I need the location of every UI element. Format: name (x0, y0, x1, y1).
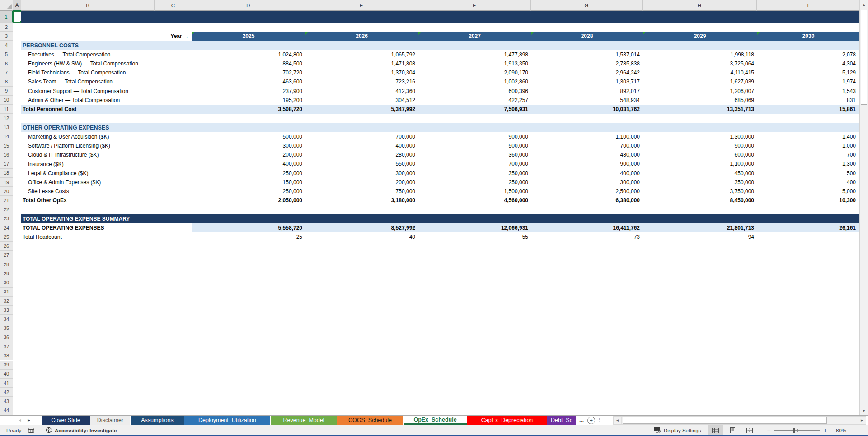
cell-17-2029[interactable]: 1,100,000 (643, 159, 754, 168)
sheet-tab-capex-depreciation[interactable]: CapEx_Depreciation (467, 416, 547, 425)
zoom-level[interactable]: 80% (836, 425, 846, 436)
cell-6-2029[interactable]: 3,725,064 (643, 59, 754, 68)
row-25-label[interactable]: Total Headcount (23, 232, 192, 241)
row-19-label[interactable]: Office & Admin Expenses ($K) (28, 178, 192, 187)
cell-9-2027[interactable]: 600,396 (418, 87, 528, 96)
row-header-14[interactable]: 14 (0, 132, 13, 141)
cell-24-2027[interactable]: 12,066,931 (418, 223, 528, 232)
cell-6-2025[interactable]: 884,500 (192, 59, 302, 68)
cell-9-2028[interactable]: 892,017 (531, 87, 640, 96)
cell-14-2026[interactable]: 700,000 (305, 132, 415, 141)
cell-6-2027[interactable]: 1,913,350 (418, 59, 528, 68)
cell-25-2028[interactable]: 73 (531, 232, 640, 241)
cell-6-2026[interactable]: 1,471,808 (305, 59, 415, 68)
cell-17-2027[interactable]: 700,000 (418, 159, 528, 168)
cell-11-2028[interactable]: 10,031,762 (531, 105, 640, 114)
cell-7-2026[interactable]: 1,370,304 (305, 68, 415, 77)
row-15-label[interactable]: Software / Platform Licensing ($K) (28, 141, 192, 150)
cell-24-2028[interactable]: 16,411,762 (531, 223, 640, 232)
cell-16-2027[interactable]: 360,000 (418, 150, 528, 159)
cell-10-2026[interactable]: 304,512 (305, 96, 415, 105)
cell-15-2030[interactable]: 1,000 (757, 141, 856, 150)
cell-5-2029[interactable]: 1,998,118 (643, 50, 754, 59)
row-header-39[interactable]: 39 (0, 361, 13, 370)
row-header-11[interactable]: 11 (0, 105, 13, 114)
cell-8-2028[interactable]: 1,303,717 (531, 77, 640, 86)
row-header-10[interactable]: 10 (0, 96, 13, 105)
column-header-H[interactable]: H (643, 0, 757, 11)
scroll-right-icon[interactable]: ► (858, 417, 866, 424)
cell-14-2030[interactable]: 1,400 (757, 132, 856, 141)
row-8-label[interactable]: Sales Team — Total Compensation (28, 77, 192, 86)
cell-19-2026[interactable]: 200,000 (305, 178, 415, 187)
row-18-label[interactable]: Legal & Compliance ($K) (28, 169, 192, 178)
row-header-25[interactable]: 25 (0, 232, 13, 241)
cell-8-2026[interactable]: 723,216 (305, 77, 415, 86)
cell-9-2029[interactable]: 1,206,007 (643, 87, 754, 96)
row-16-label[interactable]: Cloud & IT Infrastructure ($K) (28, 150, 192, 159)
sheet-tab-cover-slide[interactable]: Cover Slide (42, 416, 90, 425)
cell-8-2025[interactable]: 463,600 (192, 77, 302, 86)
row-header-4[interactable]: 4 (0, 41, 13, 50)
row-header-38[interactable]: 38 (0, 351, 13, 360)
cell-10-2030[interactable]: 831 (757, 96, 856, 105)
row-header-21[interactable]: 21 (0, 196, 13, 205)
cell-17-2028[interactable]: 900,000 (531, 159, 640, 168)
column-header-E[interactable]: E (305, 0, 418, 11)
cell-21-2028[interactable]: 6,380,000 (531, 196, 640, 205)
cell-20-2027[interactable]: 1,500,000 (418, 187, 528, 196)
cell-24-2029[interactable]: 21,801,713 (643, 223, 754, 232)
row-header-15[interactable]: 15 (0, 141, 13, 150)
cell-7-2025[interactable]: 702,720 (192, 68, 302, 77)
row-21-label[interactable]: Total Other OpEx (23, 196, 192, 205)
row-header-22[interactable]: 22 (0, 205, 13, 214)
cell-7-2029[interactable]: 4,110,415 (643, 68, 754, 77)
row-header-29[interactable]: 29 (0, 269, 13, 278)
cell-8-2030[interactable]: 1,974 (757, 77, 856, 86)
cell-9-2030[interactable]: 1,543 (757, 87, 856, 96)
cell-18-2027[interactable]: 350,000 (418, 169, 528, 178)
cell-15-2028[interactable]: 700,000 (531, 141, 640, 150)
row-header-17[interactable]: 17 (0, 159, 13, 168)
row-7-label[interactable]: Field Technicians — Total Compensation (28, 68, 192, 77)
cell-11-2025[interactable]: 3,508,720 (192, 105, 302, 114)
cell-19-2027[interactable]: 250,000 (418, 178, 528, 187)
row-14-label[interactable]: Marketing & User Acquisition ($K) (28, 132, 192, 141)
cell-10-2029[interactable]: 685,069 (643, 96, 754, 105)
row-header-23[interactable]: 23 (0, 214, 13, 223)
cell-18-2028[interactable]: 400,000 (531, 169, 640, 178)
cell-20-2030[interactable]: 5,000 (757, 187, 856, 196)
cell-8-2027[interactable]: 1,002,860 (418, 77, 528, 86)
cell-18-2029[interactable]: 450,000 (643, 169, 754, 178)
cell-24-2026[interactable]: 8,527,992 (305, 223, 415, 232)
row-header-42[interactable]: 42 (0, 388, 13, 397)
cell-11-2030[interactable]: 15,861 (757, 105, 856, 114)
year-header-2026[interactable]: 2026 (305, 32, 418, 41)
row-header-16[interactable]: 16 (0, 150, 13, 159)
cell-24-2030[interactable]: 26,161 (757, 223, 856, 232)
row-header-44[interactable]: 44 (0, 406, 13, 415)
page-break-view-button[interactable] (742, 425, 757, 436)
column-header-A[interactable]: A (13, 0, 21, 11)
cell-17-2026[interactable]: 550,000 (305, 159, 415, 168)
row-11-label[interactable]: Total Personnel Cost (23, 105, 192, 114)
row-header-6[interactable]: 6 (0, 59, 13, 68)
zoom-slider-thumb[interactable] (793, 428, 795, 433)
cell-17-2030[interactable]: 1,300 (757, 159, 856, 168)
sheet-tab-cogs-schedule[interactable]: COGS_Schedule (337, 416, 403, 425)
zoom-out-button[interactable]: − (767, 425, 770, 436)
row-header-35[interactable]: 35 (0, 324, 13, 333)
cell-18-2026[interactable]: 300,000 (305, 169, 415, 178)
sheet-tab-revenue-model[interactable]: Revenue_Model (271, 416, 337, 425)
year-header-2029[interactable]: 2029 (643, 32, 757, 41)
row-header-33[interactable]: 33 (0, 306, 13, 315)
cell-11-2026[interactable]: 5,347,992 (305, 105, 415, 114)
year-header-2027[interactable]: 2027 (418, 32, 531, 41)
cell-19-2025[interactable]: 150,000 (192, 178, 302, 187)
row-5-label[interactable]: Executives — Total Compensation (28, 50, 192, 59)
cell-20-2026[interactable]: 750,000 (305, 187, 415, 196)
row-header-40[interactable]: 40 (0, 370, 13, 379)
cell-7-2030[interactable]: 5,129 (757, 68, 856, 77)
cell-21-2027[interactable]: 4,560,000 (418, 196, 528, 205)
sheet-tab-disclaimer[interactable]: Disclaimer (90, 416, 130, 425)
